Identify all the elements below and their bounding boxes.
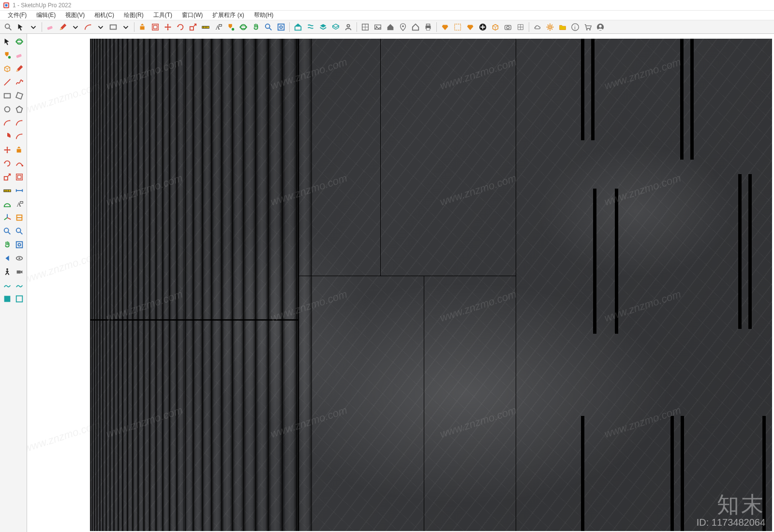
search-icon[interactable]	[2, 21, 14, 33]
select-icon[interactable]	[15, 21, 27, 33]
user-icon[interactable]	[342, 21, 354, 33]
cloud-icon[interactable]	[532, 21, 543, 33]
pushpull-icon[interactable]	[137, 21, 149, 33]
move-icon[interactable]	[162, 21, 174, 33]
prev-icon[interactable]	[1, 252, 13, 265]
rotate-icon[interactable]	[175, 21, 186, 33]
outliner-icon[interactable]	[330, 21, 342, 33]
zoom-extents-icon[interactable]	[14, 238, 26, 251]
svg-rect-2	[5, 4, 8, 6]
select-bounds-icon[interactable]	[452, 21, 463, 33]
component-browse-icon[interactable]	[359, 21, 371, 33]
pie-icon[interactable]	[1, 130, 13, 143]
arc-icon[interactable]	[1, 117, 13, 129]
box-icon[interactable]	[490, 21, 501, 33]
position-cam-icon[interactable]	[14, 266, 26, 278]
dimension-icon[interactable]	[14, 184, 26, 197]
folder-icon[interactable]	[557, 21, 568, 33]
chevron-down-icon[interactable]	[70, 21, 81, 33]
location-icon[interactable]	[397, 21, 409, 33]
home-icon[interactable]	[385, 21, 396, 33]
home-outline-icon[interactable]	[410, 21, 421, 33]
svg-line-69	[8, 232, 11, 235]
add-icon[interactable]	[477, 21, 489, 33]
text-icon[interactable]: A	[212, 21, 224, 33]
chevron-down-icon[interactable]	[120, 21, 132, 33]
menu-extensions[interactable]: 扩展程序 (x)	[208, 10, 249, 20]
zoom-icon[interactable]	[1, 225, 13, 237]
text-icon[interactable]: A	[14, 198, 26, 210]
menu-file[interactable]: 文件(F)	[3, 10, 31, 20]
pushpull-icon[interactable]	[14, 144, 26, 156]
paint-icon[interactable]	[225, 21, 237, 33]
ruby2-icon[interactable]	[464, 21, 476, 33]
grid-icon[interactable]	[515, 21, 526, 33]
arc2-icon[interactable]	[14, 117, 26, 129]
move-icon[interactable]	[1, 144, 13, 156]
scale-icon[interactable]	[187, 21, 199, 33]
paint-icon[interactable]	[1, 49, 13, 61]
walk-icon[interactable]	[1, 266, 13, 278]
menu-window[interactable]: 窗口(W)	[177, 10, 208, 20]
gear-icon[interactable]	[544, 21, 556, 33]
freehand-icon[interactable]	[14, 76, 26, 89]
follow-icon[interactable]	[14, 157, 26, 170]
look-icon[interactable]	[14, 252, 26, 265]
select-icon[interactable]	[1, 35, 13, 48]
layers-icon[interactable]	[317, 21, 329, 33]
box-icon[interactable]	[1, 62, 13, 75]
menu-edit[interactable]: 编辑(E)	[31, 10, 60, 20]
sandbox2-icon[interactable]	[14, 279, 26, 292]
chevron-down-icon[interactable]	[28, 21, 39, 33]
pan-icon[interactable]	[250, 21, 262, 33]
ruby-icon[interactable]	[439, 21, 451, 33]
menu-tools[interactable]: 工具(T)	[149, 10, 177, 20]
pan-icon[interactable]	[1, 238, 13, 251]
style1-icon[interactable]	[1, 293, 13, 305]
menu-draw[interactable]: 绘图(R)	[119, 10, 149, 20]
eraser-icon[interactable]	[14, 49, 26, 61]
profile-icon[interactable]	[595, 21, 606, 33]
tape-icon[interactable]	[200, 21, 211, 33]
eraser-icon[interactable]	[45, 21, 56, 33]
zoom-icon[interactable]	[14, 225, 26, 237]
menu-camera[interactable]: 相机(C)	[89, 10, 119, 20]
tape-icon[interactable]	[1, 184, 13, 197]
section-icon[interactable]	[14, 211, 26, 224]
menu-view[interactable]: 视图(V)	[60, 10, 89, 20]
seam-vertical	[298, 39, 299, 531]
arc-icon[interactable]	[82, 21, 94, 33]
rot-rect-icon[interactable]	[14, 89, 26, 102]
line-icon[interactable]	[1, 76, 13, 89]
protractor-icon[interactable]	[1, 198, 13, 210]
rotate-icon[interactable]	[1, 157, 13, 170]
warehouse-icon[interactable]	[292, 21, 304, 33]
scale-icon[interactable]	[1, 171, 13, 183]
cart-icon[interactable]	[582, 21, 594, 33]
offset-icon[interactable]	[14, 171, 26, 183]
menu-help[interactable]: 帮助(H)	[249, 10, 279, 20]
style2-icon[interactable]	[14, 293, 26, 305]
chevron-down-icon[interactable]	[95, 21, 106, 33]
print-icon[interactable]	[422, 21, 434, 33]
svg-point-70	[16, 228, 21, 233]
orbit-icon[interactable]	[14, 35, 26, 48]
camera-icon[interactable]	[502, 21, 514, 33]
extension-sep-icon[interactable]	[305, 21, 316, 33]
gallery-icon[interactable]	[372, 21, 384, 33]
orbit-icon[interactable]	[238, 21, 249, 33]
zoom-extents-icon[interactable]	[275, 21, 287, 33]
axes-icon[interactable]	[1, 211, 13, 224]
viewport-3d[interactable]: www.znzmo.comwww.znzmo.comwww.znzmo.comw…	[27, 34, 774, 532]
sandbox-icon[interactable]	[1, 279, 13, 292]
offset-icon[interactable]	[149, 21, 161, 33]
polygon-icon[interactable]	[14, 103, 26, 116]
pencil-icon[interactable]	[14, 62, 26, 75]
circle-icon[interactable]	[1, 103, 13, 116]
rect-icon[interactable]	[1, 89, 13, 102]
info-icon[interactable]: i	[569, 21, 581, 33]
zoom-icon[interactable]	[263, 21, 274, 33]
arc3-icon[interactable]	[14, 130, 26, 143]
pencil-icon[interactable]	[57, 21, 69, 33]
rectangle-icon[interactable]	[107, 21, 119, 33]
